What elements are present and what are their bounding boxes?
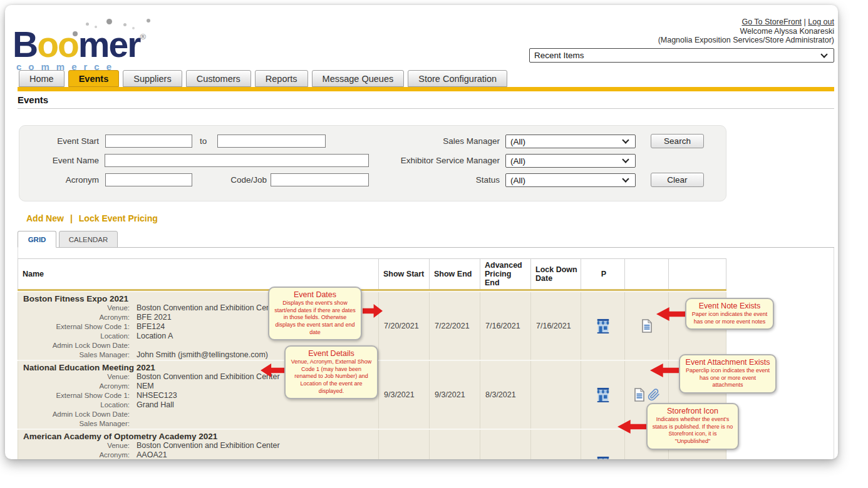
col-header-notes xyxy=(625,259,669,289)
nav-tab-events[interactable]: Events xyxy=(68,70,120,87)
event-name-cell: American Academy of Optometry Academy 20… xyxy=(18,430,379,459)
actions-separator: | xyxy=(70,213,73,223)
event-name-label: Event Name xyxy=(24,156,99,165)
venue-value: Boston Convention and Exhibition Center xyxy=(137,372,280,382)
logo-dot xyxy=(147,19,150,23)
callout-title: Storefront Icon xyxy=(651,407,734,415)
published-cell xyxy=(581,361,625,429)
event-start-from-input[interactable] xyxy=(105,135,192,148)
tab-grid[interactable]: GRID xyxy=(18,231,56,248)
event-note-paper-icon xyxy=(641,319,653,333)
show-end-cell: 7/22/2021 xyxy=(430,292,480,360)
sales-manager-select[interactable]: (All) xyxy=(505,135,636,148)
acronym-value: BFE 2021 xyxy=(137,313,172,322)
storefront-icon xyxy=(595,318,611,333)
col-header-advanced-pricing-end[interactable]: Advanced Pricing End xyxy=(480,259,531,289)
callout-event-dates: Event Dates Displays the event's show st… xyxy=(268,287,362,340)
acronym-value: AAOA21 xyxy=(137,450,167,459)
acronym-label: Acronym: xyxy=(18,450,130,459)
callout-body: Venue, Acronym, External Show Code 1 (ma… xyxy=(289,358,373,395)
code-job-label: Code/Job xyxy=(217,175,267,185)
nav-tab-suppliers[interactable]: Suppliers xyxy=(123,70,182,87)
external-show-code-value: BFE124 xyxy=(137,322,165,332)
event-actions: Add New|Lock Event Pricing xyxy=(26,213,158,223)
lock-down-date-cell xyxy=(531,361,581,429)
status-label: Status xyxy=(375,175,500,185)
chevron-down-icon xyxy=(622,175,629,182)
role-text: (Magnolia Exposition Services/Store Admi… xyxy=(658,36,834,45)
exhibitor-service-manager-value: (All) xyxy=(510,156,525,166)
status-select[interactable]: (All) xyxy=(505,173,636,187)
external-show-code-label: External Show Code 1: xyxy=(18,391,130,400)
exhibitor-service-manager-select[interactable]: (All) xyxy=(505,154,636,168)
nav-tab-reports[interactable]: Reports xyxy=(255,70,308,87)
lock-event-pricing-link[interactable]: Lock Event Pricing xyxy=(79,213,158,223)
col-header-lock-down-date[interactable]: Lock Down Date xyxy=(531,259,581,289)
event-search-panel: Event Start to Event Name Acronym Code/J… xyxy=(19,125,726,201)
clear-button[interactable]: Clear xyxy=(651,173,704,187)
event-name-input[interactable] xyxy=(105,154,369,167)
advanced-pricing-end-cell: 8/3/2021 xyxy=(480,361,531,429)
col-header-extra xyxy=(669,259,726,289)
registered-mark: ® xyxy=(140,32,146,41)
sales-manager-value: John Smith (jsmith@tellingstone.com) xyxy=(137,350,268,360)
exhibitor-service-manager-label: Exhibitor Service Manager xyxy=(349,156,500,165)
status-value: (All) xyxy=(510,176,525,185)
search-button[interactable]: Search xyxy=(651,134,704,148)
go-to-storefront-link[interactable]: Go To StoreFront xyxy=(741,18,802,26)
nav-tab-customers[interactable]: Customers xyxy=(186,70,251,87)
notes-cell xyxy=(625,292,669,360)
external-show-code-label: External Show Code 1: xyxy=(18,322,130,332)
event-start-to-input[interactable] xyxy=(217,135,326,148)
chevron-down-icon xyxy=(820,51,827,58)
callout-event-details: Event Details Venue, Acronym, External S… xyxy=(284,345,378,399)
page-title: Events xyxy=(18,94,48,105)
add-new-link[interactable]: Add New xyxy=(26,213,64,223)
nav-tab-message-queues[interactable]: Message Queues xyxy=(312,70,405,87)
show-end-cell: 9/3/2021 xyxy=(430,361,480,429)
callout-body: Paperclip icon indicates the event has o… xyxy=(684,367,772,389)
published-cell xyxy=(581,292,625,360)
nav-tab-home[interactable]: Home xyxy=(19,70,65,87)
col-header-name[interactable]: Name xyxy=(18,259,379,289)
callout-event-note: Event Note Exists Paper icon indicates t… xyxy=(685,298,774,330)
gold-accent-bar xyxy=(18,87,834,91)
callout-body: Displays the event's show start/end date… xyxy=(273,300,357,336)
recent-items-value: Recent Items xyxy=(534,51,584,60)
sales-manager-label: Sales Manager: xyxy=(18,350,130,360)
callout-event-attachment: Event Attachment Exists Paperclip icon i… xyxy=(679,354,777,394)
col-header-show-start[interactable]: Show Start xyxy=(379,259,430,289)
nav-tab-store-configuration[interactable]: Store Configuration xyxy=(408,70,507,87)
callout-title: Event Note Exists xyxy=(690,302,769,310)
tab-calendar[interactable]: CALENDAR xyxy=(59,231,118,248)
admin-lock-down-label: Admin Lock Down Date: xyxy=(18,410,130,419)
callout-body: Indicates whether the event's status is … xyxy=(651,416,734,445)
event-title-link[interactable]: American Academy of Optometry Academy 20… xyxy=(18,431,378,441)
callout-body: Paper icon indicates the event has one o… xyxy=(690,311,769,325)
welcome-text: Welcome Alyssa Konareski xyxy=(658,27,834,36)
venue-value: Boston Convention and Exhibition Center xyxy=(137,303,280,313)
sales-manager-value: (All) xyxy=(510,137,525,146)
tab-divider-line xyxy=(18,247,834,248)
callout-title: Event Dates xyxy=(273,290,357,299)
advanced-pricing-end-cell: 7/16/2021 xyxy=(480,292,531,360)
sales-manager-label: Sales Manager xyxy=(375,136,500,146)
logout-link[interactable]: Log out xyxy=(808,18,834,26)
admin-lock-down-label: Admin Lock Down Date: xyxy=(18,341,130,350)
col-header-published[interactable]: P xyxy=(581,259,625,289)
show-start-cell: 9/3/2021 xyxy=(379,361,430,429)
acronym-input[interactable] xyxy=(105,173,192,186)
to-label: to xyxy=(200,136,211,146)
acronym-label: Acronym xyxy=(24,175,99,185)
paperclip-icon xyxy=(648,388,660,402)
location-value: Location A xyxy=(137,332,173,341)
boomer-logo: Boomer® commerce xyxy=(13,15,200,71)
main-nav: Home Events Suppliers Customers Reports … xyxy=(19,70,507,87)
show-start-cell: 11/3/2021 xyxy=(379,430,430,459)
code-job-input[interactable] xyxy=(271,173,369,186)
recent-items-select[interactable]: Recent Items xyxy=(529,48,834,63)
show-end-cell: 11/5/2021 xyxy=(430,430,480,459)
lock-down-date-cell: 7/16/2021 xyxy=(531,292,581,360)
col-header-show-end[interactable]: Show End xyxy=(430,259,480,289)
logo-wordmark: Boomer® xyxy=(13,24,146,65)
